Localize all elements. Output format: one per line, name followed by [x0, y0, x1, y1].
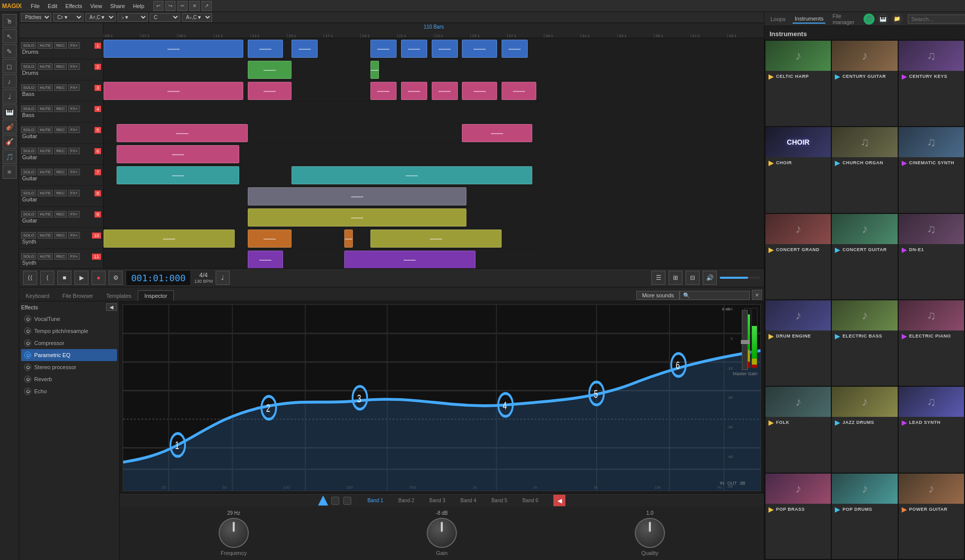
key4-select[interactable]: A♭,C▼ — [182, 13, 212, 22]
track-clip-1-3[interactable]: ▬▬▬▬ — [370, 40, 397, 58]
track-solo-btn[interactable]: SOLO — [21, 84, 36, 91]
instrument-card-church-organ[interactable]: ♫▶CHURCH ORGAN — [832, 127, 897, 212]
track-row-11[interactable]: ▬▬▬▬▬▬▬▬ — [104, 249, 541, 268]
btn-stop[interactable]: ■ — [57, 271, 71, 285]
track-hute-btn[interactable]: HUTE — [38, 169, 53, 175]
band4-label[interactable]: Band 4 — [460, 498, 476, 503]
loops-icon[interactable]: 🎵 — [863, 14, 875, 25]
tab-inspector[interactable]: Inspector — [138, 290, 173, 301]
instrument-card-lead-synth[interactable]: ♫▶LEAD SYNTH — [899, 387, 964, 472]
track-rec-btn[interactable]: REC — [54, 63, 67, 70]
track-clip-9-0[interactable]: ▬▬▬▬ — [248, 208, 466, 227]
frequency-knob[interactable] — [219, 518, 249, 548]
track-clip-10-1[interactable]: ▬▬▬▬ — [248, 230, 292, 248]
tool-piano[interactable]: 🎵 — [3, 150, 17, 164]
track-rec-btn[interactable]: REC — [54, 211, 67, 217]
menu-effects[interactable]: Effects — [61, 2, 86, 10]
instrument-card-dn-e1[interactable]: ♫▶DN-E1 — [899, 214, 964, 299]
tab-loops[interactable]: Loops — [768, 15, 788, 23]
tab-templates[interactable]: Templates — [100, 290, 138, 301]
track-fx+-btn[interactable]: FX+ — [68, 169, 80, 175]
instrument-card-folk[interactable]: ♪▶FOLK — [765, 387, 831, 472]
track-solo-btn[interactable]: SOLO — [21, 127, 36, 133]
track-row-10[interactable]: ▬▬▬▬▬▬▬▬▬▬▬▬▬▬▬▬ — [104, 228, 541, 249]
fx-power-icon[interactable]: ⏻ — [24, 340, 31, 347]
track-row-1[interactable]: ▬▬▬▬▬▬▬▬▬▬▬▬▬▬▬▬▬▬▬▬▬▬▬▬▬▬▬▬▬▬▬▬ — [104, 38, 541, 59]
band2-label[interactable]: Band 2 — [399, 498, 415, 503]
track-rec-btn[interactable]: REC — [54, 105, 67, 112]
track-hute-btn[interactable]: HUTE — [38, 232, 53, 239]
eq-shape-btn[interactable] — [318, 496, 328, 506]
track-clip-1-4[interactable]: ▬▬▬▬ — [401, 40, 427, 58]
track-row-7[interactable]: ▬▬▬▬▬▬▬▬ — [104, 165, 541, 186]
track-clip-8-0[interactable]: ▬▬▬▬ — [248, 187, 466, 205]
tool-bass[interactable]: ♩ — [3, 89, 17, 103]
track-rec-btn[interactable]: REC — [54, 42, 67, 49]
track-clip-3-3[interactable]: ▬▬▬▬ — [401, 82, 427, 100]
fx-power-icon[interactable]: ⏻ — [24, 376, 31, 383]
btn-metronome[interactable]: ♩ — [216, 271, 230, 285]
bottom-close-icon[interactable]: ✕ — [752, 290, 762, 300]
track-fx+-btn[interactable]: FX+ — [68, 211, 80, 217]
btn-grid[interactable]: ⊞ — [668, 271, 683, 285]
tool-guitar2[interactable]: 🎸 — [3, 135, 17, 149]
fx-item-vocaltune[interactable]: ⏻VocalTune — [21, 313, 117, 325]
track-clip-11-0[interactable]: ▬▬▬▬ — [248, 251, 283, 269]
track-rec-btn[interactable]: REC — [54, 169, 67, 175]
toolbar-icon-arrow[interactable]: ↗ — [202, 1, 212, 11]
master-gain-thumb[interactable] — [741, 340, 750, 344]
key-select[interactable]: C♯▼ — [53, 13, 83, 22]
bottom-search-input[interactable] — [680, 291, 750, 300]
track-hute-btn[interactable]: HUTE — [38, 127, 53, 133]
track-fx+-btn[interactable]: FX+ — [68, 84, 80, 91]
instrument-card-concert-guitar[interactable]: ♪▶CONCERT GUITAR — [832, 214, 897, 299]
fx-power-icon[interactable]: ⏻ — [24, 364, 31, 371]
track-clip-10-0[interactable]: ▬▬▬▬ — [104, 230, 235, 248]
track-row-9[interactable]: ▬▬▬▬ — [104, 207, 541, 228]
menu-view[interactable]: View — [86, 2, 106, 10]
track-rec-btn[interactable]: REC — [54, 253, 67, 260]
track-fx+-btn[interactable]: FX+ — [68, 232, 80, 239]
tab-file-manager[interactable]: File manager — [830, 12, 856, 26]
track-clip-1-2[interactable]: ▬▬▬▬ — [292, 40, 318, 58]
key3-select[interactable]: C — [150, 13, 180, 22]
tab-instruments[interactable]: Instruments — [793, 15, 825, 24]
track-solo-btn[interactable]: SOLO — [21, 63, 36, 70]
track-row-3[interactable]: ▬▬▬▬▬▬▬▬▬▬▬▬▬▬▬▬▬▬▬▬▬▬▬▬▬▬▬▬ — [104, 80, 541, 101]
instrument-card-jazz-drums[interactable]: ♪▶JAZZ DRUMS — [832, 387, 897, 472]
track-clip-1-7[interactable]: ▬▬▬▬ — [502, 40, 528, 58]
track-hute-btn[interactable]: HUTE — [38, 63, 53, 70]
track-clip-3-0[interactable]: ▬▬▬▬ — [104, 82, 243, 100]
track-clip-2-0[interactable]: ▬▬▬▬ — [248, 61, 292, 79]
tool-midi[interactable]: ≡ — [3, 165, 17, 179]
fx-item-reverb[interactable]: ⏻Reverb — [21, 373, 117, 385]
track-clip-3-4[interactable]: ▬▬▬▬ — [432, 82, 458, 100]
btn-vol[interactable]: 🔊 — [703, 271, 717, 285]
track-clip-1-1[interactable]: ▬▬▬▬ — [248, 40, 283, 58]
instrument-card-pop-drums[interactable]: ♪▶POP DRUMS — [832, 474, 897, 559]
scale2-select[interactable]: ♭▼ — [118, 13, 148, 22]
track-clip-3-1[interactable]: ▬▬▬▬ — [248, 82, 292, 100]
track-fx+-btn[interactable]: FX+ — [68, 42, 80, 49]
track-hute-btn[interactable]: HUTE — [38, 211, 53, 217]
track-clip-10-3[interactable]: ▬▬▬▬ — [370, 230, 502, 248]
instrument-card-power-guitar[interactable]: ♪▶POWER GUITAR — [899, 474, 964, 559]
track-clip-7-0[interactable]: ▬▬▬▬ — [117, 166, 239, 184]
track-row-6[interactable]: ▬▬▬▬ — [104, 144, 541, 165]
track-clip-3-2[interactable]: ▬▬▬▬ — [370, 82, 397, 100]
band6-label[interactable]: Band 6 — [522, 498, 538, 503]
gain-knob[interactable] — [427, 518, 457, 548]
track-rec-btn[interactable]: REC — [54, 190, 67, 196]
tab-keyboard[interactable]: Keyboard — [19, 290, 56, 301]
instrument-card-celtic-harp[interactable]: ♪▶CELTIC HARP — [765, 41, 831, 126]
track-solo-btn[interactable]: SOLO — [21, 105, 36, 112]
track-row-2[interactable]: ▬▬▬▬▬▬▬▬ — [104, 59, 541, 80]
track-clip-5-0[interactable]: ▬▬▬▬ — [117, 124, 248, 142]
fx-item-compressor[interactable]: ⏻Compressor — [21, 337, 117, 349]
track-clip-3-5[interactable]: ▬▬▬▬ — [462, 82, 497, 100]
track-fx+-btn[interactable]: FX+ — [68, 190, 80, 196]
btn-record[interactable]: ● — [91, 271, 106, 285]
track-rec-btn[interactable]: REC — [54, 84, 67, 91]
track-clip-10-2[interactable]: ▬▬▬▬ — [344, 230, 353, 248]
more-sounds-button[interactable]: More sounds — [636, 291, 680, 300]
